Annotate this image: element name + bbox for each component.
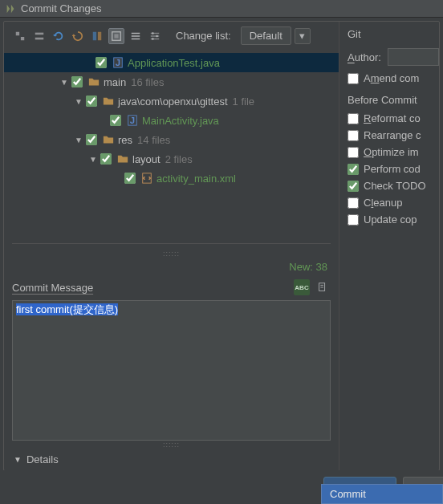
folder-icon bbox=[116, 152, 129, 165]
tree-row[interactable]: ▼main16 files bbox=[4, 72, 339, 91]
folder-icon bbox=[87, 75, 100, 88]
tree-checkbox[interactable] bbox=[124, 173, 136, 184]
tree-checkbox[interactable] bbox=[96, 57, 107, 68]
spellcheck-icon[interactable]: ABC bbox=[294, 279, 310, 295]
before-commit-checkbox[interactable] bbox=[347, 214, 359, 226]
svg-point-4 bbox=[152, 32, 154, 35]
diff-icon[interactable] bbox=[89, 28, 105, 44]
splitter-top[interactable]: :::::: bbox=[4, 251, 339, 258]
tree-row[interactable]: ▼layout2 files bbox=[4, 149, 339, 169]
group-icon[interactable] bbox=[108, 28, 124, 44]
tree-checkbox[interactable] bbox=[86, 96, 97, 107]
expand-all-icon[interactable] bbox=[12, 28, 28, 44]
new-files-count: New: 38 bbox=[4, 258, 339, 276]
tree-label: layout bbox=[132, 153, 161, 165]
folder-icon bbox=[102, 95, 115, 108]
tree-count: 16 files bbox=[131, 76, 164, 88]
tree-row[interactable]: JApplicationTest.java bbox=[4, 53, 339, 72]
revert-icon[interactable] bbox=[70, 28, 86, 44]
changes-tree[interactable]: JApplicationTest.java▼main16 files▼java\… bbox=[4, 50, 339, 243]
before-commit-label: Cleanup bbox=[364, 197, 402, 209]
tree-checkbox[interactable] bbox=[71, 76, 83, 87]
tree-row[interactable]: activity_main.xml bbox=[4, 169, 339, 188]
svg-rect-1 bbox=[35, 37, 44, 39]
before-commit-checkbox[interactable] bbox=[347, 197, 359, 209]
tree-label: main bbox=[104, 76, 126, 88]
svg-point-6 bbox=[152, 38, 154, 40]
flatten-icon[interactable] bbox=[128, 28, 144, 44]
toolbar: Change list: Default ▾ bbox=[4, 22, 339, 50]
commit-dropdown-menu: Commit bbox=[321, 484, 443, 504]
before-commit-label: Reformat co bbox=[364, 112, 421, 124]
tree-row[interactable]: ▼java\com\openxu\gittest1 file bbox=[4, 91, 339, 111]
svg-rect-3 bbox=[114, 34, 118, 38]
java-icon: J bbox=[126, 114, 139, 127]
before-commit-label: Before Commit bbox=[347, 94, 439, 106]
tree-checkbox[interactable] bbox=[100, 153, 112, 165]
commit-message-input[interactable]: first commit(提交信息) bbox=[12, 300, 331, 441]
before-commit-label: Update cop bbox=[364, 213, 417, 226]
svg-point-5 bbox=[156, 35, 158, 37]
before-commit-checkbox[interactable] bbox=[347, 164, 359, 175]
before-commit-checkbox[interactable] bbox=[347, 113, 359, 124]
commit-dropdown-item[interactable]: Commit bbox=[322, 485, 442, 503]
tree-checkbox[interactable] bbox=[110, 115, 121, 126]
tree-label: ApplicationTest.java bbox=[128, 57, 220, 69]
tree-checkbox[interactable] bbox=[86, 134, 97, 145]
tree-count: 1 file bbox=[233, 96, 254, 108]
refresh-icon[interactable] bbox=[51, 28, 67, 44]
details-label: Details bbox=[26, 453, 59, 465]
tree-count: 14 files bbox=[137, 134, 170, 146]
tree-arrow-icon[interactable]: ▼ bbox=[75, 136, 83, 144]
commit-message-label: Commit Message bbox=[12, 282, 93, 294]
before-commit-checkbox[interactable] bbox=[347, 130, 359, 141]
commit-message-text: first commit(提交信息) bbox=[16, 303, 118, 315]
before-commit-label: Rearrange c bbox=[364, 129, 421, 141]
tree-row[interactable]: JMainActivity.java bbox=[4, 111, 339, 130]
collapse-all-icon[interactable] bbox=[31, 28, 47, 44]
window-titlebar: Commit Changes bbox=[0, 0, 443, 18]
tree-label: MainActivity.java bbox=[142, 115, 219, 127]
chevron-down-icon: ▼ bbox=[14, 455, 22, 464]
before-commit-label: Check TODO bbox=[364, 180, 426, 192]
before-commit-checkbox[interactable] bbox=[347, 147, 359, 158]
tree-row[interactable]: ▼res14 files bbox=[4, 130, 339, 149]
tree-arrow-icon[interactable]: ▼ bbox=[75, 97, 83, 106]
app-icon bbox=[5, 3, 16, 14]
window-title: Commit Changes bbox=[21, 2, 101, 14]
tree-count: 2 files bbox=[165, 153, 193, 165]
author-label: Author: bbox=[347, 51, 381, 63]
before-commit-label: Optimize im bbox=[364, 146, 419, 158]
change-list-dropdown[interactable]: Default bbox=[241, 26, 291, 45]
change-list-value: Default bbox=[250, 30, 282, 42]
folder-icon bbox=[102, 133, 115, 146]
change-list-chevron-icon[interactable]: ▾ bbox=[295, 28, 311, 44]
tree-arrow-icon[interactable]: ▼ bbox=[60, 78, 68, 87]
svg-text:J: J bbox=[116, 58, 120, 67]
svg-rect-0 bbox=[35, 32, 44, 35]
before-commit-label: Perform cod bbox=[364, 163, 421, 175]
change-list-label: Change list: bbox=[176, 30, 231, 42]
tree-arrow-icon[interactable]: ▼ bbox=[89, 155, 97, 164]
settings-icon[interactable] bbox=[147, 28, 163, 44]
java-icon: J bbox=[112, 56, 124, 69]
before-commit-checkbox[interactable] bbox=[347, 181, 359, 192]
splitter-bottom[interactable]: :::::: bbox=[4, 442, 339, 449]
history-icon[interactable] bbox=[315, 279, 331, 295]
details-toggle[interactable]: ▼ Details bbox=[4, 449, 339, 470]
tree-label: java\com\openxu\gittest bbox=[118, 96, 228, 108]
amend-label: Amend com bbox=[364, 72, 419, 84]
xml-icon bbox=[140, 172, 153, 185]
svg-text:J: J bbox=[130, 116, 135, 125]
tree-label: res bbox=[118, 134, 132, 146]
amend-checkbox[interactable] bbox=[347, 73, 359, 84]
vcs-title: Git bbox=[347, 28, 439, 40]
tree-label: activity_main.xml bbox=[156, 173, 236, 185]
author-input[interactable] bbox=[388, 48, 439, 66]
